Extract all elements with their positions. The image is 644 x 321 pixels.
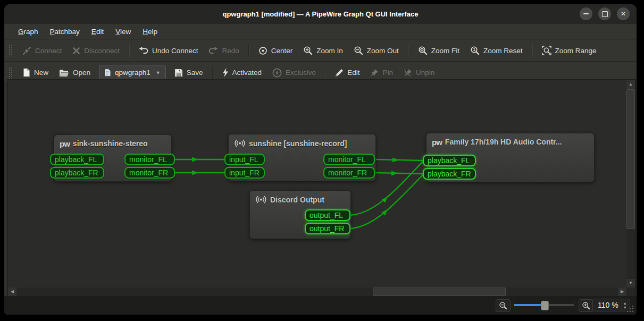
resize-grip[interactable]	[626, 305, 633, 312]
patchbay-selector[interactable]: qpwgraph1 ▼	[99, 65, 166, 81]
unpin-icon	[404, 69, 412, 77]
new-button[interactable]: New	[17, 65, 54, 81]
menu-graph[interactable]: Graph	[13, 26, 44, 37]
activated-bolt-icon	[222, 68, 229, 77]
record-icon	[234, 139, 246, 148]
vertical-scroll-thumb[interactable]	[626, 89, 635, 229]
port-discord-output-fr[interactable]: output_FR	[305, 223, 350, 234]
statusbar-zoom-in-button[interactable]	[579, 299, 593, 312]
open-button[interactable]: Open	[54, 65, 96, 81]
zoom-slider[interactable]	[512, 299, 576, 311]
port-family-playback-fl[interactable]: playback_FL	[423, 155, 476, 166]
port-family-playback-fr[interactable]: playback_FR	[423, 168, 476, 180]
port-sink-playback-fl[interactable]: playback_FL	[50, 154, 104, 165]
menu-edit[interactable]: Edit	[86, 26, 109, 37]
app-window: qpwgraph1 [modified] — A PipeWire Graph …	[4, 4, 637, 315]
open-folder-icon	[59, 69, 69, 77]
save-button[interactable]: Save	[169, 65, 208, 81]
new-file-icon	[22, 68, 30, 77]
redo-button[interactable]: Redo	[203, 43, 244, 58]
zoom-reset-button[interactable]: 1 Zoom Reset	[465, 43, 528, 58]
graph-canvas[interactable]: pw sink-sunshine-stereo sunshine [sunshi…	[8, 80, 626, 288]
toolbar-separator	[532, 44, 533, 57]
node-title: Family 17h/19h HD Audio Contr...	[445, 138, 562, 146]
zoom-out-button[interactable]: Zoom Out	[348, 43, 404, 58]
edit-pencil-icon	[335, 69, 344, 77]
zoom-fit-icon	[418, 46, 428, 55]
zoom-slider-handle[interactable]	[541, 301, 549, 310]
pipewire-icon: pw	[432, 138, 442, 146]
zoom-percent-spinbox[interactable]: 110 % ▲▼	[592, 299, 630, 311]
zoom-in-button[interactable]: Zoom In	[298, 43, 348, 58]
pin-button[interactable]: Pin	[365, 65, 398, 81]
titlebar[interactable]: qpwgraph1 [modified] — A PipeWire Graph …	[4, 4, 637, 24]
disconnect-button[interactable]: Disconnect	[67, 43, 125, 58]
node-title: sink-sunshine-stereo	[73, 139, 148, 148]
toolbar-drag-handle[interactable]	[9, 45, 12, 56]
minimize-icon	[583, 13, 589, 14]
menu-help[interactable]: Help	[137, 26, 163, 37]
minimize-button[interactable]	[580, 7, 592, 20]
vertical-scrollbar[interactable]: ▲ ▼	[626, 80, 635, 288]
disconnect-icon	[72, 47, 80, 55]
undo-connect-button[interactable]: Undo Connect	[133, 43, 203, 58]
scrollbar-corner	[626, 288, 635, 296]
port-sunshine-input-fr[interactable]: input_FR	[224, 167, 265, 179]
exclusive-bolt-icon	[272, 68, 282, 78]
scroll-up-button[interactable]: ▲	[626, 80, 635, 89]
port-discord-output-fl[interactable]: output_FL	[305, 209, 350, 221]
connect-icon	[22, 46, 31, 55]
scroll-right-button[interactable]: ▶	[618, 288, 626, 296]
menu-patchbay[interactable]: Patchbay	[45, 26, 85, 37]
cable-sunshine-monitorFR-to-family-playbackFR[interactable]	[375, 171, 423, 176]
toolbar-separator	[408, 44, 409, 57]
horizontal-scroll-thumb[interactable]	[373, 288, 506, 296]
cable-sink-monitorFR-to-sunshine-inputFR[interactable]	[175, 171, 224, 175]
statusbar-zoom-out-button[interactable]	[496, 299, 511, 312]
toolbar-drag-handle[interactable]	[9, 67, 12, 79]
port-sink-monitor-fr[interactable]: monitor_FR	[124, 167, 175, 179]
toolbar-separator	[248, 44, 249, 57]
cable-discord-outputFR-to-family-playbackFR[interactable]	[350, 175, 423, 229]
patchbay-selector-value: qpwgraph1	[115, 69, 150, 77]
redo-icon	[208, 47, 218, 55]
zoom-out-icon	[354, 46, 363, 55]
activated-button[interactable]: Activated	[217, 65, 267, 81]
port-sink-playback-fr[interactable]: playback_FR	[50, 167, 104, 179]
cable-sunshine-monitorFL-to-family-playbackFL[interactable]	[375, 158, 423, 163]
horizontal-scrollbar[interactable]: ◀ ▶	[8, 288, 626, 296]
graph-view-frame: pw sink-sunshine-stereo sunshine [sunshi…	[7, 79, 636, 297]
connect-button[interactable]: Connect	[17, 43, 67, 58]
maximize-button[interactable]	[598, 7, 611, 20]
cable-sink-monitorFL-to-sunshine-inputFL[interactable]	[175, 157, 224, 162]
record-icon	[255, 195, 267, 204]
pin-icon	[370, 69, 379, 77]
maximize-icon	[602, 11, 608, 17]
port-sunshine-input-fl[interactable]: input_FL	[224, 154, 265, 165]
arrow-down-icon: ▼	[629, 281, 633, 285]
port-sink-monitor-fl[interactable]: monitor_FL	[124, 154, 175, 165]
center-button[interactable]: Center	[253, 43, 298, 58]
menu-view[interactable]: View	[110, 26, 136, 37]
node-header: sunshine [sunshine-record]	[229, 134, 375, 148]
toolbar-separator	[212, 66, 213, 79]
toolbar-separator	[129, 44, 130, 57]
close-button[interactable]: ✕	[617, 7, 630, 20]
exclusive-button[interactable]: Exclusive	[267, 65, 321, 81]
port-sunshine-monitor-fr[interactable]: monitor_FR	[323, 167, 375, 179]
screenshot-stage: qpwgraph1 [modified] — A PipeWire Graph …	[0, 0, 644, 321]
pipewire-icon: pw	[60, 140, 70, 148]
zoom-range-button[interactable]: Zoom Range	[537, 43, 602, 58]
port-sunshine-monitor-fl[interactable]: monitor_FL	[323, 154, 375, 165]
scroll-left-button[interactable]: ◀	[8, 288, 16, 296]
undo-icon	[139, 47, 148, 55]
menubar: Graph Patchbay Edit View Help	[4, 24, 637, 39]
unpin-button[interactable]: Unpin	[398, 65, 440, 81]
edit-button[interactable]: Edit	[330, 65, 365, 81]
save-icon	[174, 69, 183, 77]
zoom-fit-button[interactable]: Zoom Fit	[413, 43, 465, 58]
zoom-range-icon	[542, 46, 551, 55]
zoom-out-icon	[499, 301, 507, 310]
scroll-down-button[interactable]: ▼	[626, 279, 635, 288]
window-controls: ✕	[580, 7, 630, 20]
